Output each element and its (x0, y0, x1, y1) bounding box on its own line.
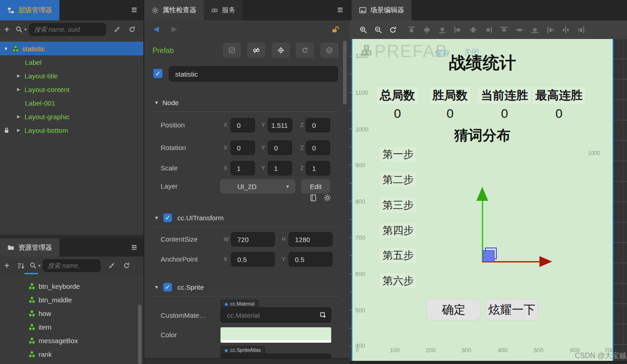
add-asset-button[interactable]: + (0, 261, 14, 271)
collapse-all-icon[interactable] (103, 262, 120, 269)
assets-menu-icon[interactable]: ≡ (131, 242, 137, 253)
uitransform-section-header[interactable]: ▼ ✓ cc.UITransform (144, 210, 341, 225)
align-horizontal-center-icon[interactable] (465, 26, 481, 34)
tree-node-label-001[interactable]: Label-001 (0, 96, 143, 110)
asset-btn-keyborde[interactable]: btn_keyborde (0, 279, 143, 293)
caret-down-icon[interactable]: ▼ (153, 215, 160, 220)
uitransform-enabled-checkbox[interactable]: ✓ (163, 214, 172, 222)
rotation-y-input[interactable] (268, 141, 292, 155)
reset-view-icon[interactable] (386, 26, 400, 34)
node-name-input[interactable] (169, 67, 338, 81)
caret-down-icon[interactable]: ▼ (153, 285, 160, 290)
zoom-out-icon[interactable] (371, 26, 386, 34)
assets-search-input[interactable] (43, 260, 100, 272)
zoom-in-icon[interactable] (356, 26, 371, 34)
hierarchy-menu-icon[interactable]: ≡ (131, 4, 137, 16)
contentsize-h-field[interactable] (289, 232, 333, 247)
anchorpoint-y-input[interactable] (289, 252, 332, 266)
scene-canvas[interactable]: PREFAB 保存 关闭 1200 1100 1000 900 800 700 … (353, 39, 612, 361)
step-label-5[interactable]: 第五步 (380, 248, 416, 263)
unlock-icon[interactable] (331, 25, 339, 34)
custom-material-input[interactable] (221, 308, 331, 322)
sort-icon[interactable] (14, 262, 28, 270)
anchorpoint-y-field[interactable] (289, 252, 333, 267)
stat-total-games[interactable]: 总局数 0 (370, 87, 425, 121)
distribute-bottom-icon[interactable] (527, 26, 543, 34)
tab-hierarchy[interactable]: 层级管理器 (0, 0, 59, 20)
tab-services[interactable]: 服务 (204, 0, 243, 20)
color-swatch[interactable] (220, 327, 331, 340)
gizmo-xy-plane-handle[interactable] (483, 250, 495, 262)
position-z-input[interactable] (306, 118, 330, 132)
lock-icon[interactable] (3, 127, 10, 134)
asset-messageBox[interactable]: messageBox (0, 334, 143, 347)
prefab-apply-button[interactable] (320, 43, 338, 58)
distribute-vertical-center-icon[interactable] (512, 26, 527, 34)
scale-z-field[interactable] (306, 161, 330, 175)
scale-y-input[interactable] (268, 161, 292, 175)
caret-right-icon[interactable]: ▶ (15, 128, 22, 132)
sprite-section-header[interactable]: ▼ ✓ cc.Sprite (144, 280, 341, 294)
add-node-button[interactable]: + (0, 24, 14, 35)
position-y-input[interactable] (268, 118, 292, 132)
rotation-y-field[interactable] (268, 141, 292, 155)
contentsize-w-field[interactable] (231, 232, 275, 247)
asset-item[interactable]: item (0, 320, 143, 334)
layer-dropdown[interactable]: UI_2D ▼ (220, 179, 295, 194)
layer-edit-button[interactable]: Edit (301, 179, 330, 194)
gizmo-x-arrowhead[interactable] (539, 256, 552, 267)
brag-button[interactable]: 炫耀一下 (485, 299, 538, 320)
rotation-x-field[interactable] (230, 141, 255, 155)
node-name-field[interactable] (169, 66, 338, 82)
prefab-edit-button[interactable] (223, 43, 241, 58)
help-book-icon[interactable] (309, 194, 317, 202)
contentsize-w-input[interactable] (231, 233, 274, 246)
tab-assets[interactable]: 资源管理器 (0, 238, 59, 257)
scale-z-input[interactable] (306, 161, 330, 175)
tab-scene-editor[interactable]: 场景编辑器 (352, 0, 411, 20)
search-filter-icon[interactable]: ▼ (28, 262, 43, 269)
position-y-field[interactable] (268, 118, 292, 132)
asset-btn-middle[interactable]: btn_middle (0, 293, 143, 306)
sprite-atlas-field[interactable] (220, 354, 331, 358)
caret-right-icon[interactable]: ▶ (15, 73, 22, 78)
panel-divider[interactable] (0, 235, 143, 238)
caret-right-icon[interactable]: ▶ (15, 114, 22, 119)
distribute-horizontal-center-icon[interactable] (558, 26, 573, 34)
inspector-menu-icon[interactable]: ≡ (337, 4, 343, 16)
hierarchy-search[interactable] (29, 23, 106, 36)
rotation-z-field[interactable] (306, 141, 330, 155)
caret-down-icon[interactable]: ▼ (3, 46, 9, 51)
distribute-right-icon[interactable] (573, 26, 589, 34)
gizmo-y-arrowhead[interactable] (476, 187, 488, 201)
contentsize-h-input[interactable] (289, 233, 332, 246)
stat-wins[interactable]: 胜局数 0 (423, 87, 477, 121)
inspector-scrollbar[interactable] (343, 41, 347, 104)
caret-down-icon[interactable]: ▼ (153, 100, 160, 105)
stat-current-streak[interactable]: 当前连胜 0 (477, 87, 532, 121)
stats-title-label[interactable]: 战绩统计 (353, 52, 612, 74)
scale-x-field[interactable] (230, 161, 255, 175)
history-back-button[interactable]: ◀ (153, 24, 159, 33)
rotation-x-input[interactable] (231, 141, 255, 155)
tree-node-layout-content[interactable]: ▶ Layout-content (0, 83, 143, 96)
tree-node-layout-bottom[interactable]: ▶ Layout-bottom (0, 123, 143, 137)
search-filter-icon[interactable]: ▼ (14, 26, 29, 33)
anchorpoint-x-input[interactable] (231, 252, 274, 266)
distribute-left-icon[interactable] (543, 26, 558, 34)
prefab-unlink-button[interactable] (247, 43, 265, 58)
distribution-title-label[interactable]: 猜词分布 (353, 126, 612, 145)
tree-node-layout-graphic[interactable]: ▶ Layout-graphic (0, 110, 143, 123)
align-top-icon[interactable] (404, 26, 419, 34)
position-x-input[interactable] (231, 118, 255, 132)
rotation-z-input[interactable] (306, 141, 330, 155)
caret-right-icon[interactable]: ▶ (15, 87, 22, 92)
assets-scrollbar[interactable] (138, 305, 142, 364)
stat-best-streak[interactable]: 最高连胜 0 (532, 87, 586, 121)
step-label-6[interactable]: 第六步 (380, 273, 416, 288)
hierarchy-search-input[interactable] (29, 24, 106, 35)
scale-x-input[interactable] (231, 161, 255, 175)
position-z-field[interactable] (306, 118, 330, 132)
tree-node-label[interactable]: Label (0, 55, 143, 69)
asset-how[interactable]: how (0, 306, 143, 320)
